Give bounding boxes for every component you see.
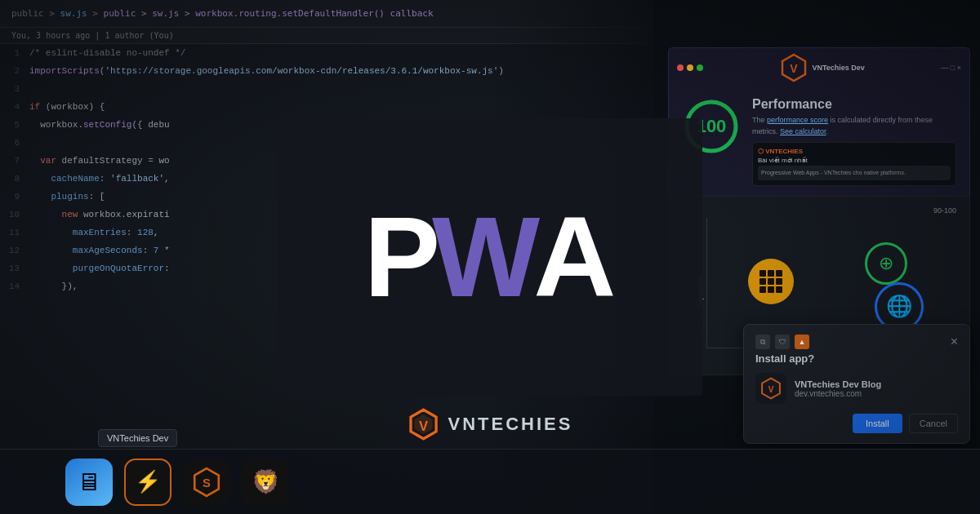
vntechies-mini-label: VNTechies Dev bbox=[812, 64, 864, 72]
dock-item-sg[interactable]: S bbox=[183, 459, 230, 506]
app-icon: V bbox=[755, 373, 786, 404]
score-info: Performance The performance score is cal… bbox=[752, 97, 956, 186]
finder-icon: 🖥 bbox=[77, 468, 101, 496]
vntechies-branding: V VNTECHIES bbox=[408, 408, 573, 441]
app-name: VNTechies Dev Blog bbox=[795, 379, 881, 389]
dock-item-finder[interactable]: 🖥 bbox=[65, 459, 113, 506]
dock-items: 🖥 ⚡ S 🦁 bbox=[65, 459, 289, 506]
app-info: V VNTechies Dev Blog dev.vntechies.com bbox=[755, 373, 958, 404]
pwa-letter-p: P bbox=[364, 200, 440, 314]
vntechies-brand-text: VNTECHIES bbox=[448, 414, 573, 435]
svg-text:V: V bbox=[791, 62, 799, 75]
close-dot bbox=[677, 64, 684, 71]
toolbar-icon-1[interactable]: ⧉ bbox=[755, 335, 770, 349]
app-logo-icon: V bbox=[760, 377, 782, 400]
dock: 🖥 ⚡ S 🦁 bbox=[0, 449, 980, 514]
bubble-pwa: ⊕ bbox=[865, 242, 907, 285]
dock-item-arara[interactable]: ⚡ bbox=[124, 459, 172, 506]
install-prompt: ⧉ 🛡 ▲ × Install app? V VNTechies Dev Blo… bbox=[743, 324, 970, 444]
pwa-letter-a: A bbox=[533, 200, 616, 314]
mini-brand: V VNTechies Dev bbox=[708, 53, 936, 82]
score-range-label: 90-100 bbox=[682, 206, 956, 215]
svg-text:S: S bbox=[203, 476, 211, 490]
close-button[interactable]: × bbox=[951, 335, 958, 348]
install-actions: Install Cancel bbox=[755, 414, 958, 433]
cancel-button[interactable]: Cancel bbox=[909, 414, 958, 433]
vntechies-mini-icon: V bbox=[779, 53, 808, 82]
maximize-dot bbox=[697, 64, 703, 71]
breadcrumb: public > sw.js > public > sw.js > workbo… bbox=[11, 8, 434, 19]
blog-preview: ⬡ VNTECHIES Bài viết mới nhất Progressiv… bbox=[752, 142, 956, 186]
vntechies-logo-icon: V bbox=[408, 408, 440, 441]
header-action-icons: — □ × bbox=[941, 64, 961, 72]
svg-text:V: V bbox=[768, 385, 774, 394]
arara-icon: ⚡ bbox=[135, 469, 161, 494]
minimize-dot bbox=[687, 64, 693, 71]
pwa-logo: P W A bbox=[364, 200, 617, 314]
brave-icon: 🦁 bbox=[252, 468, 280, 495]
pwa-letter-w: W bbox=[432, 200, 540, 314]
app-details: VNTechies Dev Blog dev.vntechies.com bbox=[795, 379, 881, 398]
install-toolbar-icons: ⧉ 🛡 ▲ bbox=[755, 335, 809, 349]
performance-label: Performance bbox=[752, 97, 956, 112]
window-controls bbox=[677, 64, 703, 71]
svg-text:V: V bbox=[419, 419, 428, 434]
install-button[interactable]: Install bbox=[853, 414, 902, 433]
grid-icon bbox=[760, 270, 782, 293]
app-url: dev.vntechies.com bbox=[795, 389, 881, 398]
performance-desc: The performance score is calculated dire… bbox=[752, 115, 956, 137]
pwa-overlay: P W A bbox=[278, 118, 702, 396]
sg-icon: S bbox=[191, 467, 222, 498]
compass-icon: ⊕ bbox=[879, 253, 893, 274]
toolbar-icon-2[interactable]: 🛡 bbox=[775, 335, 790, 349]
dock-item-brave[interactable]: 🦁 bbox=[242, 459, 289, 506]
toolbar-icon-3[interactable]: ▲ bbox=[795, 335, 809, 349]
dock-label: VNTechies Dev bbox=[98, 429, 177, 447]
install-header: ⧉ 🛡 ▲ × bbox=[755, 335, 958, 349]
score-section: 100 Performance The performance score is… bbox=[668, 87, 970, 196]
bubble-capabilities bbox=[748, 259, 794, 304]
globe-icon: 🌐 bbox=[886, 294, 912, 319]
install-question: Install app? bbox=[755, 352, 958, 365]
